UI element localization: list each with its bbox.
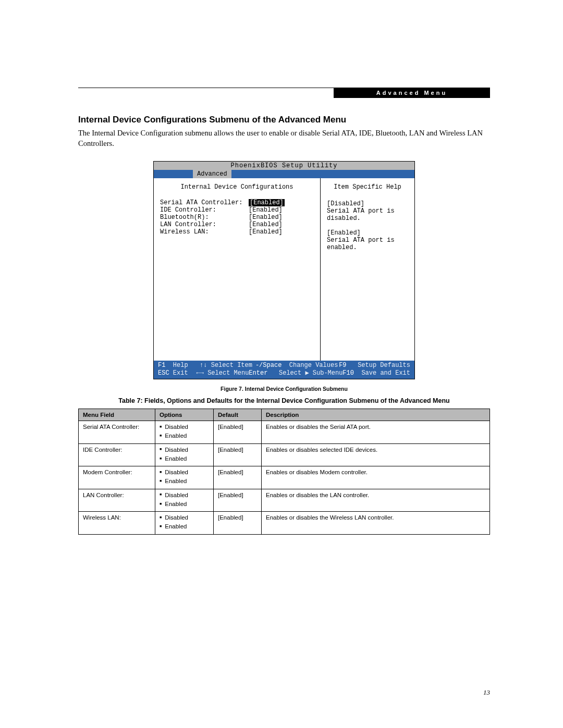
bios-help-line: disabled. bbox=[327, 215, 408, 222]
key-f1: F1 bbox=[158, 362, 165, 369]
cell-default: [Enabled] bbox=[214, 489, 262, 512]
bios-tab-advanced[interactable]: Advanced bbox=[193, 170, 231, 178]
section-title: Internal Device Configurations Submenu o… bbox=[78, 115, 490, 125]
table-row: Wireless LAN: Disabled Enabled [Enabled]… bbox=[79, 512, 490, 535]
bios-item-bluetooth[interactable]: Bluetooth(R): [Enabled] bbox=[160, 214, 314, 221]
table-row: LAN Controller: Disabled Enabled [Enable… bbox=[79, 489, 490, 512]
cell-field: Wireless LAN: bbox=[79, 512, 155, 535]
option-item: Disabled bbox=[160, 468, 209, 477]
option-item: Enabled bbox=[160, 454, 209, 463]
option-item: Disabled bbox=[160, 513, 209, 522]
table-caption: Table 7: Fields, Options and Defaults fo… bbox=[78, 397, 490, 404]
bios-help-panel: Item Specific Help [Disabled] Serial ATA… bbox=[321, 178, 414, 361]
bios-body: Internal Device Configurations Serial AT… bbox=[154, 178, 414, 361]
option-item: Disabled bbox=[160, 491, 209, 500]
footer-save: Save and Exit bbox=[361, 369, 410, 377]
footer-exit: Exit bbox=[173, 369, 188, 377]
bios-help-title: Item Specific Help bbox=[327, 183, 408, 191]
section-intro: The Internal Device Configuration submen… bbox=[78, 128, 490, 149]
key-esc: ESC bbox=[158, 369, 169, 377]
table-row: IDE Controller: Disabled Enabled [Enable… bbox=[79, 443, 490, 466]
bios-item-wireless[interactable]: Wireless LAN: [Enabled] bbox=[160, 228, 314, 236]
header-tab: Advanced Menu bbox=[334, 88, 490, 98]
th-options: Options bbox=[155, 409, 214, 421]
page: Advanced Menu Internal Device Configurat… bbox=[0, 0, 563, 728]
figure-caption: Figure 7. Internal Device Configuration … bbox=[78, 386, 490, 392]
th-default: Default bbox=[214, 409, 262, 421]
bios-item-label: Wireless LAN: bbox=[160, 228, 249, 236]
bios-footer: F1 Help ↑↓ Select Item -/Space Change Va… bbox=[154, 361, 414, 379]
cell-description: Enables or disables selected IDE devices… bbox=[262, 443, 490, 466]
bios-item-value[interactable]: [Enabled] bbox=[249, 206, 283, 214]
bios-window: PhoenixBIOS Setup Utility Advanced Inter… bbox=[153, 161, 415, 379]
cell-options: Disabled Enabled bbox=[155, 443, 214, 466]
bios-panel-title: Internal Device Configurations bbox=[154, 178, 320, 199]
option-item: Enabled bbox=[160, 477, 209, 486]
bios-item-value[interactable]: [Enabled] bbox=[249, 199, 285, 206]
footer-help: Help bbox=[173, 362, 188, 369]
footer-change: Change Values bbox=[289, 362, 338, 369]
bios-help-line: [Disabled] bbox=[327, 200, 408, 207]
option-item: Enabled bbox=[160, 522, 209, 531]
cell-description: Enables or disables the LAN controller. bbox=[262, 489, 490, 512]
cell-options: Disabled Enabled bbox=[155, 512, 214, 535]
options-table: Menu Field Options Default Description S… bbox=[78, 409, 490, 535]
key-leftright: ←→ bbox=[197, 369, 204, 377]
cell-field: LAN Controller: bbox=[79, 489, 155, 512]
cell-description: Enables or disables the Serial ATA port. bbox=[262, 421, 490, 444]
bios-utility-title: PhoenixBIOS Setup Utility bbox=[154, 162, 414, 170]
bios-item-label: Serial ATA Controller: bbox=[160, 199, 249, 206]
cell-description: Enables or disables the Wireless LAN con… bbox=[262, 512, 490, 535]
table-row: Modem Controller: Disabled Enabled [Enab… bbox=[79, 466, 490, 489]
bios-item-label: IDE Controller: bbox=[160, 206, 249, 214]
th-menu-field: Menu Field bbox=[79, 409, 155, 421]
bios-item-value[interactable]: [Enabled] bbox=[249, 214, 283, 221]
cell-options: Disabled Enabled bbox=[155, 421, 214, 444]
cell-options: Disabled Enabled bbox=[155, 489, 214, 512]
key-updown: ↑↓ bbox=[200, 362, 207, 369]
th-description: Description bbox=[262, 409, 490, 421]
bios-help-line: Serial ATA port is bbox=[327, 237, 408, 244]
bios-help-line: [Enabled] bbox=[327, 229, 408, 237]
cell-default: [Enabled] bbox=[214, 443, 262, 466]
bios-item-ide[interactable]: IDE Controller: [Enabled] bbox=[160, 206, 314, 214]
cell-field: IDE Controller: bbox=[79, 443, 155, 466]
bios-help-line bbox=[327, 222, 408, 229]
footer-select-menu: Select Menu bbox=[207, 369, 249, 377]
key-f9: F9 bbox=[339, 362, 346, 369]
cell-field: Modem Controller: bbox=[79, 466, 155, 489]
cell-description: Enables or disables Modem controller. bbox=[262, 466, 490, 489]
bios-item-value[interactable]: [Enabled] bbox=[249, 228, 283, 236]
bios-item-value[interactable]: [Enabled] bbox=[249, 221, 283, 228]
cell-default: [Enabled] bbox=[214, 466, 262, 489]
bios-item-label: Bluetooth(R): bbox=[160, 214, 249, 221]
bios-menubar: Advanced bbox=[154, 170, 414, 178]
table-header-row: Menu Field Options Default Description bbox=[79, 409, 490, 421]
key-f10: F10 bbox=[342, 369, 354, 377]
option-item: Enabled bbox=[160, 431, 209, 440]
bios-left-panel: Internal Device Configurations Serial AT… bbox=[154, 178, 321, 361]
bios-item-lan[interactable]: LAN Controller: [Enabled] bbox=[160, 221, 314, 228]
bios-help-line: Serial ATA port is bbox=[327, 207, 408, 215]
key-enter: Enter bbox=[249, 369, 267, 377]
option-item: Disabled bbox=[160, 446, 209, 454]
bios-help-line: enabled. bbox=[327, 244, 408, 251]
footer-defaults: Setup Defaults bbox=[358, 362, 410, 369]
key-space: -/Space bbox=[255, 362, 282, 369]
cell-default: [Enabled] bbox=[214, 421, 262, 444]
cell-default: [Enabled] bbox=[214, 512, 262, 535]
page-number: 13 bbox=[483, 688, 490, 697]
footer-select-item: Select Item bbox=[211, 362, 252, 369]
bios-items: Serial ATA Controller: [Enabled] IDE Con… bbox=[154, 199, 320, 361]
table-row: Serial ATA Controller: Disabled Enabled … bbox=[79, 421, 490, 444]
cell-field: Serial ATA Controller: bbox=[79, 421, 155, 444]
bios-item-label: LAN Controller: bbox=[160, 221, 249, 228]
option-item: Disabled bbox=[160, 423, 209, 431]
bios-item-serial-ata[interactable]: Serial ATA Controller: [Enabled] bbox=[160, 199, 314, 206]
option-item: Enabled bbox=[160, 500, 209, 509]
footer-submenu: Select ▶ Sub-Menu bbox=[279, 369, 342, 377]
cell-options: Disabled Enabled bbox=[155, 466, 214, 489]
